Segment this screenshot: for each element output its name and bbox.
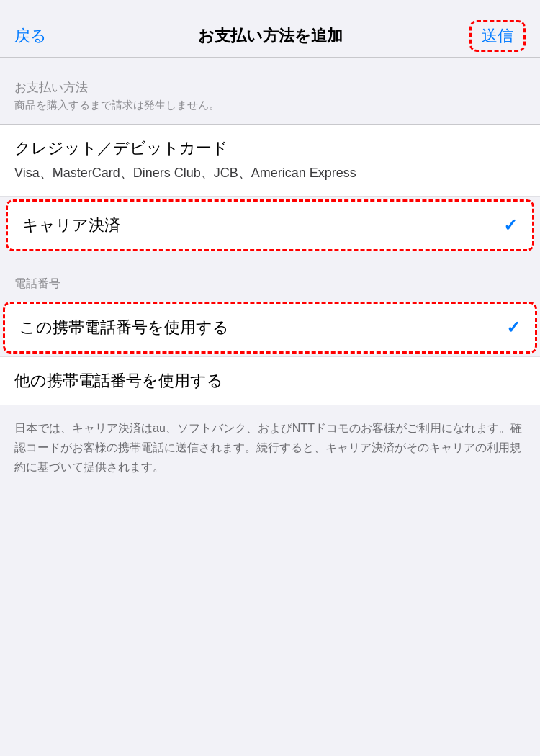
payment-method-subtitle: 商品を購入するまで請求は発生しません。 [14, 99, 526, 112]
footer-section: 日本では、キャリア決済はau、ソフトバンク、およびNTTドコモのお客様がご利用に… [0, 405, 540, 499]
phone-use-this-label: この携帯電話番号を使用する [19, 317, 229, 338]
phone-section-label-wrapper: 電話番号 [0, 269, 540, 296]
card-description: Visa、MasterCard、Diners Club、JCB、American… [14, 163, 526, 183]
carrier-label: キャリア決済 [22, 215, 120, 236]
phone-use-this-checkmark: ✓ [506, 318, 521, 338]
phone-use-other-row[interactable]: 他の携帯電話番号を使用する [0, 356, 540, 405]
carrier-payment-row[interactable]: キャリア決済 ✓ [6, 199, 534, 251]
phone-other-block: 他の携帯電話番号を使用する [0, 356, 540, 405]
card-section: クレジット／デビットカード Visa、MasterCard、Diners Clu… [0, 125, 540, 197]
footer-text: 日本では、キャリア決済はau、ソフトバンク、およびNTTドコモのお客様がご利用に… [14, 418, 526, 477]
phone-use-other-label: 他の携帯電話番号を使用する [14, 372, 223, 390]
back-button[interactable]: 戻る [14, 25, 72, 47]
phone-section-label: 電話番号 [14, 276, 526, 292]
card-title: クレジット／デビットカード [14, 138, 526, 159]
gap-2 [0, 254, 540, 269]
send-button-wrapper: 送信 [468, 20, 526, 52]
carrier-checkmark: ✓ [503, 215, 518, 235]
top-bar [0, 0, 540, 14]
send-button[interactable]: 送信 [469, 20, 526, 52]
nav-bar: 戻る お支払い方法を追加 送信 [0, 14, 540, 58]
section-gap-1 [0, 58, 540, 79]
card-block: クレジット／デビットカード Visa、MasterCard、Diners Clu… [0, 125, 540, 197]
phone-option-wrapper: この携帯電話番号を使用する ✓ [0, 296, 540, 354]
carrier-wrapper: キャリア決済 ✓ [0, 197, 540, 254]
payment-method-label: お支払い方法 [14, 79, 526, 96]
page-title: お支払い方法を追加 [72, 25, 468, 47]
payment-info-section: お支払い方法 商品を購入するまで請求は発生しません。 [0, 79, 540, 124]
phone-use-this-row[interactable]: この携帯電話番号を使用する ✓ [3, 302, 537, 354]
